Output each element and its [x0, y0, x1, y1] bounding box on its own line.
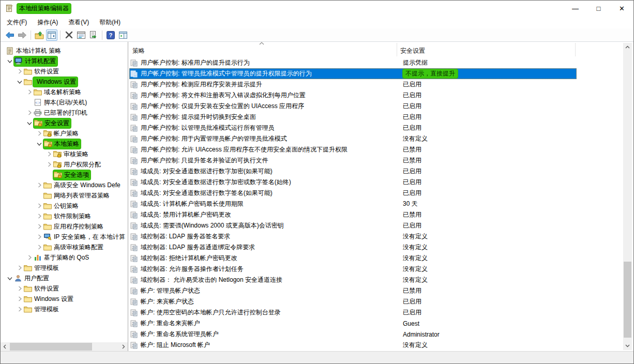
policy-row[interactable]: 1001域成员: 计算机帐户密码最长使用期限30 天 [129, 199, 577, 209]
policy-row[interactable]: 用户帐户控制: 管理员批准模式中管理员的提升权限提示的行为不提示，直接提升 [129, 68, 577, 79]
properties-button[interactable] [76, 29, 87, 41]
scroll-left-icon[interactable] [1, 342, 9, 351]
tree-item[interactable]: 高级安全 Windows Defe [1, 180, 128, 190]
policy-row[interactable]: 1001帐户: 重命名来宾帐户Guest [129, 318, 577, 329]
policy-row[interactable]: 1001域成员: 对安全通道数据进行数字签名(如果可能)已启用 [129, 188, 577, 199]
chevron-collapsed-icon[interactable] [35, 212, 43, 220]
tree-item[interactable]: 本地策略 [1, 139, 128, 149]
policy-row[interactable]: 1001用户帐户控制: 仅提升安装在安全位置的 UIAccess 应用程序已启用 [129, 101, 577, 112]
tree-item[interactable]: 本地计算机 策略 [1, 46, 128, 56]
tree-item[interactable]: 安全设置 [1, 118, 128, 128]
tree-item[interactable]: 用户权限分配 [1, 159, 128, 170]
minimize-button[interactable]: — [564, 1, 587, 16]
tree-item[interactable]: 计算机配置 [1, 56, 128, 66]
chevron-collapsed-icon[interactable] [35, 202, 43, 210]
tree-item[interactable]: Windows 设置 [1, 77, 128, 87]
scroll-down-icon[interactable] [623, 341, 632, 350]
chevron-collapsed-icon[interactable] [25, 109, 34, 117]
tree-item[interactable]: 软件设置 [1, 283, 128, 294]
tree-item[interactable]: 域名解析策略 [1, 87, 128, 97]
chevron-collapsed-icon[interactable] [35, 243, 43, 251]
chevron-collapsed-icon[interactable] [25, 88, 34, 96]
chevron-collapsed-icon[interactable] [45, 160, 53, 169]
tree-item[interactable]: 已部署的打印机 [1, 108, 128, 118]
policy-row[interactable]: 1001用户帐户控制: 标准用户的提升提示行为提示凭据 [129, 57, 577, 68]
policy-row[interactable]: 1001用户帐户控制: 允许 UIAccess 应用程序在不使用安全桌面的情况下… [129, 144, 577, 155]
policy-row[interactable]: 1001域成员: 需要强(Windows 2000 或更高版本)会话密钥已启用 [129, 220, 577, 231]
policy-row[interactable]: 1001用户帐户控制: 将文件和注册表写入错误虚拟化到每用户位置已启用 [129, 90, 577, 101]
tree-item[interactable]: 软件设置 [1, 66, 128, 77]
column-header-policy[interactable]: 策略 [129, 43, 397, 56]
tree-item[interactable]: 审核策略 [1, 149, 128, 159]
chevron-collapsed-icon[interactable] [16, 284, 24, 293]
policy-row[interactable]: 1001域控制器: LDAP 服务器通道绑定令牌要求没有定义 [129, 242, 577, 253]
tree-item[interactable]: 管理模板 [1, 304, 128, 314]
policy-row[interactable]: 1001帐户: 重命名系统管理员帐户Administrator [129, 329, 577, 340]
up-one-level-button[interactable] [34, 29, 45, 41]
chevron-collapsed-icon[interactable] [16, 264, 24, 272]
scroll-right-icon[interactable] [119, 342, 128, 351]
chevron-expanded-icon[interactable] [25, 119, 34, 127]
forward-button[interactable] [17, 29, 28, 41]
column-header-setting[interactable]: 安全设置 [397, 43, 576, 56]
policy-row[interactable]: 1001帐户: 阻止 Microsoft 帐户没有定义 [129, 340, 577, 351]
tree-item[interactable]: <:>脚本(启动/关机) [1, 97, 128, 108]
tree-item[interactable]: 管理模板 [1, 263, 128, 273]
show-console-tree-button[interactable] [46, 29, 57, 41]
policy-row[interactable]: 1001域控制器: LDAP 服务器签名要求没有定义 [129, 231, 577, 242]
scroll-up-icon[interactable] [623, 43, 632, 52]
chevron-collapsed-icon[interactable] [16, 305, 24, 313]
tree-item[interactable]: 用户配置 [1, 273, 128, 283]
tree-item[interactable]: 基于策略的 QoS [1, 252, 128, 263]
chevron-expanded-icon[interactable] [6, 57, 14, 65]
chevron-collapsed-icon[interactable] [35, 233, 43, 241]
close-button[interactable]: ✕ [610, 1, 633, 16]
list-vertical-scrollbar[interactable] [623, 43, 632, 350]
tree-scrollbar-thumb[interactable] [10, 343, 92, 351]
tree-item[interactable]: 网络列表管理器策略 [1, 190, 128, 201]
chevron-expanded-icon[interactable] [16, 78, 24, 86]
maximize-button[interactable]: □ [587, 1, 610, 16]
policy-row[interactable]: 1001帐户: 管理员帐户状态已禁用 [129, 285, 577, 296]
policy-row[interactable]: 1001帐户: 来宾帐户状态已启用 [129, 296, 577, 307]
policy-row[interactable]: 1001域成员: 对安全通道数据进行数字加密或数字签名(始终)已启用 [129, 177, 577, 188]
menu-action[interactable]: 操作(A) [33, 17, 62, 28]
menu-view[interactable]: 查看(V) [64, 17, 93, 28]
tree-item[interactable]: 帐户策略 [1, 128, 128, 139]
list-scrollbar-thumb[interactable] [624, 262, 631, 338]
show-action-pane-button[interactable] [117, 29, 129, 41]
policy-row[interactable]: 1001域控制器： 允许易受攻击的 Netlogon 安全通道连接没有定义 [129, 275, 577, 285]
back-button[interactable] [4, 29, 16, 41]
tree-item[interactable]: IP 安全策略，在 本地计算 [1, 232, 128, 242]
chevron-collapsed-icon[interactable] [16, 67, 24, 75]
menu-help[interactable]: 帮助(H) [95, 17, 125, 28]
delete-button[interactable] [63, 29, 74, 41]
policy-row[interactable]: 1001用户帐户控制: 只提升签名并验证的可执行文件已禁用 [129, 155, 577, 166]
policy-row[interactable]: 1001用户帐户控制: 用于内置管理员帐户的管理员批准模式没有定义 [129, 133, 577, 144]
tree-item[interactable]: 应用程序控制策略 [1, 221, 128, 232]
menu-file[interactable]: 文件(F) [3, 17, 31, 28]
policy-row[interactable]: 1001域控制器: 拒绝计算机帐户密码更改没有定义 [129, 253, 577, 264]
tree-item[interactable]: 安全选项 [1, 170, 128, 180]
policy-row[interactable]: 1001用户帐户控制: 检测应用程序安装并提示提升已启用 [129, 79, 577, 90]
chevron-collapsed-icon[interactable] [16, 295, 24, 303]
tree-item[interactable]: 公钥策略 [1, 201, 128, 211]
chevron-collapsed-icon[interactable] [25, 253, 34, 262]
help-button[interactable]: ? [105, 29, 116, 41]
policy-row[interactable]: 1001域控制器: 允许服务器操作者计划任务没有定义 [129, 264, 577, 275]
export-list-button[interactable] [88, 29, 99, 41]
policy-row[interactable]: 1001域成员: 禁用计算机帐户密码更改已禁用 [129, 209, 577, 220]
chevron-collapsed-icon[interactable] [35, 129, 43, 138]
chevron-collapsed-icon[interactable] [35, 222, 43, 231]
chevron-collapsed-icon[interactable] [35, 181, 43, 189]
policy-row[interactable]: 1001帐户: 使用空密码的本地帐户只允许进行控制台登录已启用 [129, 307, 577, 318]
tree-item[interactable]: Windows 设置 [1, 294, 128, 304]
policy-row[interactable]: 1001域成员: 对安全通道数据进行数字加密(如果可能)已启用 [129, 166, 577, 177]
policy-row[interactable]: 1001用户帐户控制: 以管理员批准模式运行所有管理员已启用 [129, 123, 577, 133]
chevron-collapsed-icon[interactable] [45, 150, 53, 158]
tree-item[interactable]: 软件限制策略 [1, 211, 128, 221]
chevron-expanded-icon[interactable] [6, 274, 14, 282]
tree-item[interactable]: 高级审核策略配置 [1, 242, 128, 252]
policy-row[interactable]: 1001用户帐户控制: 提示提升时切换到安全桌面已启用 [129, 112, 577, 123]
tree-horizontal-scrollbar[interactable] [1, 342, 128, 351]
